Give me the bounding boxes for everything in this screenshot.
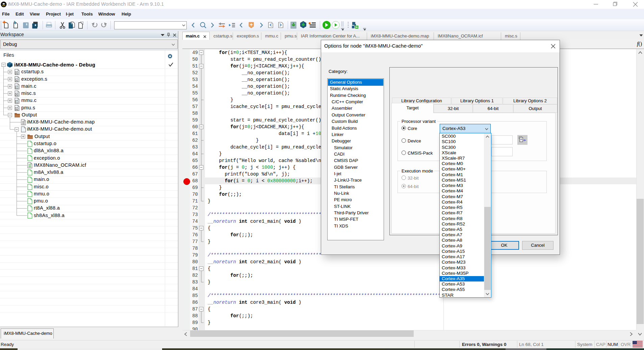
svg-text:A: A: [16, 93, 18, 96]
svg-text:A: A: [16, 72, 18, 75]
svg-text:A: A: [16, 108, 18, 111]
svg-text:A: A: [16, 79, 18, 82]
svg-text:C: C: [16, 86, 18, 89]
svg-text:C: C: [16, 100, 18, 103]
